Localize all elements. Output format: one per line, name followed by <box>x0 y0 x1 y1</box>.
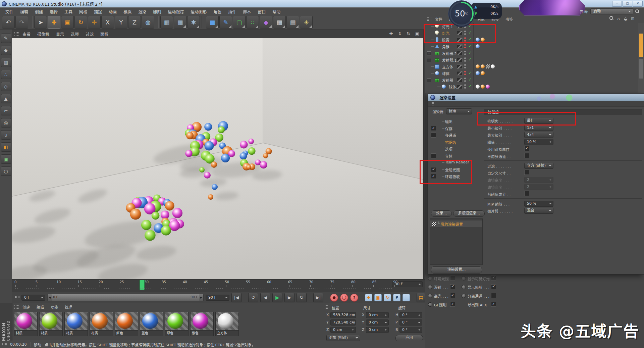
orange-tag-icon[interactable] <box>481 64 485 68</box>
enabled-check-icon[interactable]: ✓ <box>468 50 472 55</box>
object-name[interactable]: 发射器.1 <box>442 57 457 63</box>
material-swatch[interactable]: 紫色 <box>190 312 214 336</box>
add-camera-icon[interactable]: ▤ <box>286 16 299 29</box>
knob-icon[interactable] <box>428 276 432 281</box>
settings-tree-item[interactable]: 选项 <box>428 145 482 152</box>
dock-tab[interactable] <box>639 59 643 79</box>
visibility-dot[interactable] <box>464 51 466 52</box>
coordinate-input[interactable]: 728.548 cm <box>330 319 356 326</box>
material-grip[interactable] <box>14 305 19 309</box>
coordinate-grip[interactable] <box>324 305 329 309</box>
settings-tree-item[interactable]: 多通道 <box>428 132 482 138</box>
param-spinner[interactable]: 2 <box>524 177 553 183</box>
visibility-dot[interactable] <box>464 71 466 72</box>
visibility-dots[interactable] <box>464 78 466 82</box>
om-filter-icon[interactable]: ◒ <box>623 16 628 21</box>
tree-checkbox[interactable]: ✓ <box>431 126 436 131</box>
layer-chip[interactable] <box>457 85 463 89</box>
param-spinner[interactable]: 2 <box>524 184 553 190</box>
timeline-window-button[interactable]: ▤ <box>417 293 425 302</box>
object-row[interactable]: 球体✓ <box>425 70 644 77</box>
menu-item[interactable]: 选择 <box>46 9 61 14</box>
menu-item[interactable]: 捕捉 <box>91 9 105 14</box>
material-menu-item[interactable]: 编辑 <box>34 304 47 310</box>
visibility-dots[interactable] <box>464 44 466 48</box>
param-spinner[interactable]: 10 % <box>524 139 553 145</box>
make-editable-icon[interactable]: ✎ <box>1 34 11 43</box>
texture-mode-icon[interactable]: ▨ <box>1 58 11 67</box>
add-generator-icon[interactable]: ∷ <box>246 16 259 29</box>
rotate-tool-icon[interactable]: ↻ <box>74 16 87 29</box>
param-spinner[interactable]: 50 % <box>524 201 553 207</box>
param-dropdown[interactable]: 立方 (静帧) <box>524 163 553 169</box>
attribute-checkbox[interactable]: ✓ <box>491 284 496 289</box>
menu-item[interactable]: 运动图形 <box>187 9 210 14</box>
attribute-checkbox[interactable]: ✓ <box>491 276 496 281</box>
enabled-check-icon[interactable]: ✓ <box>468 70 472 75</box>
menu-item[interactable]: 渲染 <box>135 9 150 14</box>
object-row[interactable]: +发射器.1✓ <box>425 56 644 63</box>
viewport-scene[interactable] <box>12 38 423 279</box>
add-floor-icon[interactable]: ▦ <box>273 16 286 29</box>
layer-chip[interactable] <box>457 71 463 76</box>
object-manager-menu-item[interactable]: 文件 <box>432 16 445 22</box>
pan-view-icon[interactable]: ✚ <box>388 31 394 37</box>
white-tag-icon[interactable] <box>476 85 480 89</box>
menu-item[interactable]: 工具 <box>61 9 76 14</box>
end-frame-field[interactable]: 90 F <box>206 295 229 301</box>
material-menu-item[interactable]: 纹理 <box>62 304 75 310</box>
next-frame-button[interactable]: ▶ <box>284 293 294 302</box>
lock-y-axis-icon[interactable]: Y <box>115 16 127 29</box>
attribute-checkbox[interactable]: ✓ <box>491 302 496 307</box>
renderer-dropdown[interactable]: 标准 <box>446 108 472 114</box>
visibility-dots[interactable] <box>464 57 466 62</box>
object-name[interactable]: 发射器 <box>442 78 453 83</box>
dock-tab-active[interactable] <box>639 34 643 57</box>
effects-button[interactable]: 效果... <box>431 210 452 217</box>
viewport-menu-item[interactable]: 过滤 <box>83 31 97 37</box>
play-button[interactable]: ▶ <box>272 293 282 302</box>
key-pla-toggle[interactable]: ⠿ <box>402 294 410 301</box>
menu-item[interactable]: 脚本 <box>239 9 254 14</box>
start-frame-field[interactable]: 0 F <box>21 295 45 301</box>
coordinate-input[interactable]: 0 ° <box>399 327 422 333</box>
viewport-menu-item[interactable]: 面板 <box>97 31 111 37</box>
object-name[interactable]: 发射器.2 <box>442 51 457 56</box>
transport-grip[interactable] <box>15 296 19 300</box>
menu-item[interactable]: 文件 <box>2 9 17 14</box>
range-left-arrow-icon[interactable]: ◀ <box>48 294 52 301</box>
tree-checkbox[interactable] <box>431 153 436 158</box>
attribute-checkbox[interactable] <box>450 276 455 281</box>
attribute-checkbox[interactable]: ✓ <box>450 302 455 307</box>
goto-start-button[interactable]: |◀ <box>231 293 241 302</box>
knob-icon[interactable] <box>428 285 432 289</box>
layer-chip[interactable] <box>457 44 463 49</box>
menu-item[interactable]: 网格 <box>76 9 91 14</box>
material-swatch[interactable]: 红色 <box>115 312 138 336</box>
magenta-tag-icon[interactable] <box>486 85 490 89</box>
dialog-grip[interactable] <box>428 101 644 107</box>
expander-icon[interactable]: + <box>427 58 431 62</box>
material-swatch[interactable]: 材质 <box>64 312 88 336</box>
axis-mode-icon[interactable]: ⌐ <box>1 106 11 115</box>
material-swatch[interactable]: 立方体 <box>215 312 239 336</box>
param-checkbox[interactable] <box>524 170 529 175</box>
coordinate-input[interactable]: 0 ° <box>399 319 422 326</box>
menu-item[interactable]: 创建 <box>32 9 46 14</box>
object-row[interactable]: −发射器✓ <box>425 77 644 83</box>
key-rotation-toggle[interactable]: ↻ <box>384 294 391 301</box>
visibility-dot[interactable] <box>464 78 466 79</box>
material-swatch[interactable]: 材质 <box>14 312 38 336</box>
coordinate-input[interactable]: 0 cm <box>366 319 389 326</box>
viewport-menu-item[interactable]: 查看 <box>19 31 34 37</box>
last-tool-icon[interactable]: ✚ <box>88 16 101 29</box>
blue-tag-icon[interactable] <box>476 71 480 75</box>
scale-tool-icon[interactable]: ▣ <box>61 16 74 29</box>
menu-item[interactable]: 窗口 <box>254 9 269 14</box>
layer-chip[interactable] <box>457 78 463 82</box>
menu-item[interactable]: 插件 <box>225 9 239 14</box>
model-mode-icon[interactable]: ◆ <box>1 46 11 55</box>
search-icon[interactable] <box>635 9 639 13</box>
play-loop-button[interactable]: ↻ <box>297 293 307 302</box>
layer-chip[interactable] <box>457 51 463 55</box>
